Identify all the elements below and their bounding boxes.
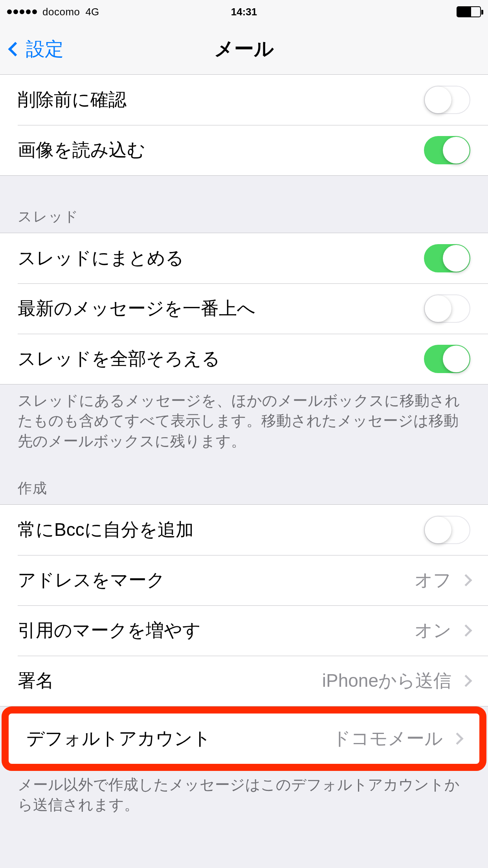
switch-most-recent-top[interactable] <box>424 294 470 323</box>
row-increase-quote[interactable]: 引用のマークを増やす オン <box>0 605 488 656</box>
back-button[interactable]: 設定 <box>5 24 64 74</box>
row-value: オン <box>415 618 451 643</box>
row-label: アドレスをマーク <box>18 568 165 592</box>
section-header-compose: 作成 <box>0 463 488 504</box>
row-label: 署名 <box>18 669 54 693</box>
highlight-default-account: デフォルトアカウント ドコモメール <box>2 706 486 771</box>
settings-group: 削除前に確認 画像を読み込む <box>0 75 488 176</box>
row-complete-threads[interactable]: スレッドを全部そろえる <box>0 334 488 384</box>
row-label: 削除前に確認 <box>18 88 127 112</box>
row-label: デフォルトアカウント <box>26 726 211 751</box>
row-label: スレッドにまとめる <box>18 246 184 270</box>
switch-knob <box>425 517 451 543</box>
row-value: iPhoneから送信 <box>322 669 451 693</box>
row-default-account[interactable]: デフォルトアカウント ドコモメール <box>9 714 479 764</box>
row-label: スレッドを全部そろえる <box>18 347 220 371</box>
chevron-right-icon <box>451 732 463 745</box>
switch-knob <box>443 245 470 272</box>
row-always-bcc[interactable]: 常にBccに自分を追加 <box>0 505 488 555</box>
signal-strength-icon <box>7 9 37 14</box>
chevron-left-icon <box>8 42 23 56</box>
section-footer-default-account: メール以外で作成したメッセージはこのデフォルトアカウントから送信されます。 <box>0 771 488 827</box>
row-value: ドコモメール <box>332 726 443 751</box>
settings-group-compose: 常にBccに自分を追加 アドレスをマーク オフ 引用のマークを増やす オン 署名… <box>0 504 488 706</box>
row-most-recent-top[interactable]: 最新のメッセージを一番上へ <box>0 283 488 334</box>
switch-organize-thread[interactable] <box>424 244 470 272</box>
switch-load-images[interactable] <box>424 136 470 164</box>
settings-group-thread: スレッドにまとめる 最新のメッセージを一番上へ スレッドを全部そろえる <box>0 233 488 384</box>
row-organize-thread[interactable]: スレッドにまとめる <box>0 233 488 283</box>
back-button-label: 設定 <box>26 37 64 62</box>
row-mark-addresses[interactable]: アドレスをマーク オフ <box>0 555 488 605</box>
row-label: 最新のメッセージを一番上へ <box>18 296 255 321</box>
row-load-images[interactable]: 画像を読み込む <box>0 125 488 175</box>
row-label: 常にBccに自分を追加 <box>18 518 194 542</box>
battery-icon <box>457 6 481 17</box>
row-value: オフ <box>415 568 451 592</box>
switch-always-bcc[interactable] <box>424 516 470 544</box>
row-signature[interactable]: 署名 iPhoneから送信 <box>0 656 488 706</box>
clock-label: 14:31 <box>231 6 257 18</box>
settings-content: 削除前に確認 画像を読み込む スレッド スレッドにまとめる 最新のメッセージを一… <box>0 75 488 827</box>
switch-confirm-delete[interactable] <box>424 86 470 114</box>
status-bar: docomo 4G 14:31 <box>0 0 488 24</box>
carrier-label: docomo <box>42 6 80 18</box>
section-header-thread: スレッド <box>0 176 488 233</box>
section-footer-thread: スレッドにあるメッセージを、ほかのメールボックスに移動されたものも含めてすべて表… <box>0 384 488 463</box>
switch-knob <box>425 295 451 322</box>
navigation-bar: 設定 メール <box>0 24 488 75</box>
row-confirm-delete[interactable]: 削除前に確認 <box>0 75 488 125</box>
chevron-right-icon <box>460 675 472 687</box>
switch-complete-threads[interactable] <box>424 345 470 373</box>
chevron-right-icon <box>460 574 472 586</box>
row-label: 画像を読み込む <box>18 138 145 162</box>
switch-knob <box>443 346 470 372</box>
network-type-label: 4G <box>86 6 99 18</box>
switch-knob <box>443 137 470 164</box>
row-label: 引用のマークを増やす <box>18 618 201 643</box>
page-title: メール <box>214 36 274 62</box>
chevron-right-icon <box>460 624 472 636</box>
switch-knob <box>425 86 451 113</box>
